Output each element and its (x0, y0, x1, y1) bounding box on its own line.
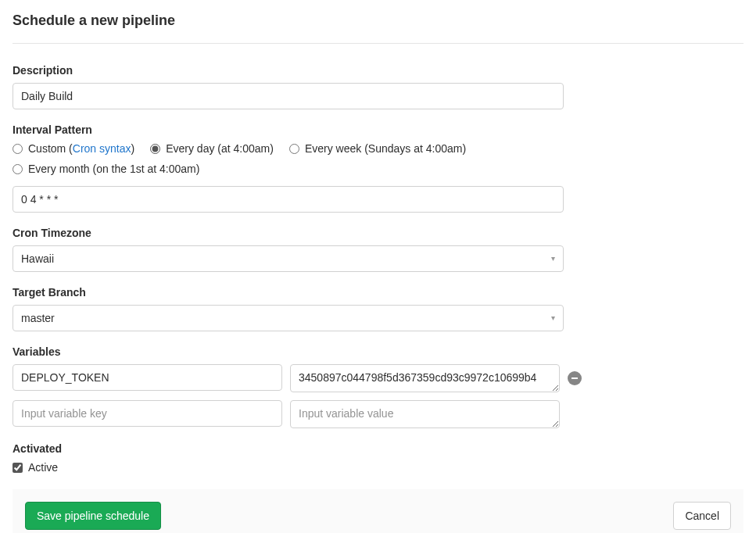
cancel-button[interactable]: Cancel (673, 502, 731, 530)
interval-monthly-label: Every month (on the 1st at 4:00am) (28, 163, 199, 175)
save-button[interactable]: Save pipeline schedule (25, 502, 161, 530)
interval-custom-label: Custom (28, 142, 66, 155)
description-label: Description (13, 64, 564, 77)
chevron-down-icon: ▾ (551, 255, 555, 263)
branch-value: master (21, 312, 55, 324)
svg-rect-0 (571, 377, 578, 379)
interval-weekly-label: Every week (Sundays at 4:00am) (305, 142, 466, 155)
timezone-select[interactable]: Hawaii ▾ (13, 245, 564, 272)
variable-key-input[interactable] (13, 364, 282, 391)
page-title: Schedule a new pipeline (13, 13, 743, 29)
interval-label: Interval Pattern (13, 123, 564, 136)
minus-icon (571, 374, 579, 382)
active-label: Active (28, 461, 58, 474)
interval-monthly-radio[interactable] (13, 164, 23, 174)
active-checkbox-wrap[interactable]: Active (13, 461, 58, 474)
cron-expression-display (13, 186, 564, 213)
remove-variable-button[interactable] (568, 371, 582, 385)
interval-daily-option[interactable]: Every day (at 4:00am) (150, 142, 274, 155)
cron-syntax-link[interactable]: Cron syntax (73, 142, 131, 155)
interval-daily-radio[interactable] (150, 144, 160, 154)
variable-key-input-empty[interactable] (13, 400, 282, 427)
description-input[interactable] (13, 83, 564, 109)
variable-value-input[interactable]: 3450897c044798f5d367359cd93c9972c10699b4 (290, 364, 560, 392)
branch-select[interactable]: master ▾ (13, 305, 564, 331)
timezone-label: Cron Timezone (13, 227, 564, 239)
interval-weekly-option[interactable]: Every week (Sundays at 4:00am) (289, 142, 466, 155)
variables-label: Variables (13, 345, 743, 358)
interval-radio-row-2: Every month (on the 1st at 4:00am) (13, 163, 564, 175)
footer: Save pipeline schedule Cancel (13, 489, 743, 534)
branch-group: Target Branch master ▾ (13, 286, 564, 331)
branch-label: Target Branch (13, 286, 564, 299)
activated-label: Activated (13, 442, 743, 455)
variable-value-input-empty[interactable] (290, 400, 560, 428)
variables-group: Variables 3450897c044798f5d367359cd93c99… (13, 345, 743, 428)
active-checkbox[interactable] (13, 463, 23, 473)
interval-monthly-option[interactable]: Every month (on the 1st at 4:00am) (13, 163, 199, 175)
timezone-group: Cron Timezone Hawaii ▾ (13, 227, 564, 272)
variable-row-empty (13, 400, 599, 428)
description-group: Description (13, 64, 564, 109)
interval-custom-radio[interactable] (13, 144, 23, 154)
interval-radio-row-1: Custom (Cron syntax) Every day (at 4:00a… (13, 142, 564, 155)
interval-weekly-radio[interactable] (289, 144, 299, 154)
variable-row: 3450897c044798f5d367359cd93c9972c10699b4 (13, 364, 599, 392)
activated-group: Activated Active (13, 442, 743, 475)
timezone-value: Hawaii (21, 252, 54, 265)
interval-custom-option[interactable]: Custom (Cron syntax) (13, 142, 134, 155)
interval-group: Interval Pattern Custom (Cron syntax) Ev… (13, 123, 564, 213)
chevron-down-icon: ▾ (551, 314, 555, 322)
interval-daily-label: Every day (at 4:00am) (166, 142, 274, 155)
divider (13, 43, 743, 44)
